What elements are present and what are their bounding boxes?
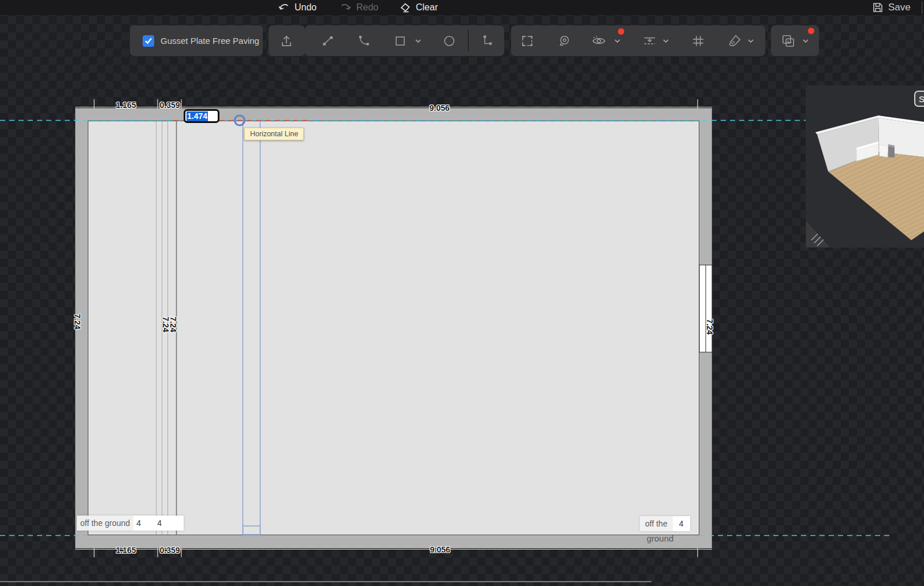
eye-icon — [591, 34, 606, 48]
upload-icon — [279, 33, 294, 48]
redo-icon — [340, 2, 352, 13]
tool-tooltip: Horizontal Line — [244, 128, 304, 140]
arc-tool-icon — [357, 34, 371, 48]
dimension-input[interactable]: 1.474 — [184, 109, 219, 123]
circle-tool-button[interactable] — [442, 34, 456, 48]
polyline-tool-icon — [480, 34, 494, 48]
arc-tool-button[interactable] — [357, 34, 371, 48]
toolbar-group-draw — [305, 25, 504, 56]
chevron-down-icon — [614, 38, 621, 44]
dim-top-2: 0.359 — [155, 100, 184, 110]
rectangle-tool-button[interactable] — [393, 34, 407, 48]
room-3d-view — [806, 85, 924, 248]
level-dropdown[interactable] — [662, 38, 669, 44]
toolbar-separator — [468, 30, 469, 51]
save-button[interactable]: Save — [872, 0, 911, 15]
chevron-down-icon — [662, 38, 669, 44]
off-ground-left-label: off the ground — [77, 516, 133, 531]
dim-left: 7.24 — [73, 308, 82, 335]
save-label: Save — [888, 2, 911, 13]
scheme-badge — [808, 28, 814, 34]
undo-label: Undo — [295, 2, 316, 13]
tape-measure-icon — [557, 33, 572, 48]
chevron-down-icon — [802, 38, 809, 44]
measure-tool-button[interactable] — [557, 33, 572, 48]
line-tool-button[interactable] — [321, 34, 335, 48]
toolbar-group-paving: Gusset Plate Free Paving — [130, 25, 263, 56]
marquee-select-button[interactable] — [520, 33, 535, 48]
panel-resize-handle[interactable] — [806, 220, 831, 248]
visibility-button[interactable] — [591, 34, 606, 48]
polyline-tool-button[interactable] — [480, 34, 494, 48]
plan-floor-area[interactable] — [88, 121, 699, 535]
redo-button[interactable]: Redo — [340, 0, 378, 15]
check-icon — [144, 38, 152, 44]
off-ground-left-input-1[interactable]: 4 — [133, 516, 151, 531]
toolbar-group-upload — [269, 25, 305, 56]
dim-bottom-2: 0.359 — [155, 546, 184, 555]
circle-tool-icon — [442, 34, 456, 48]
preview-3d-panel[interactable]: S — [806, 85, 924, 248]
off-ground-right-row: off the 4 — [640, 516, 690, 531]
dimension-input-value: 1.474 — [187, 111, 208, 121]
clear-label: Clear — [416, 2, 438, 13]
undo-icon — [278, 2, 290, 13]
off-ground-right-input[interactable]: 4 — [673, 516, 690, 531]
topbar-divider — [922, 1, 922, 14]
paint-brush-icon — [727, 33, 742, 48]
paint-dropdown[interactable] — [747, 38, 754, 44]
rectangle-tool-dropdown[interactable] — [415, 38, 422, 44]
off-ground-left-input-2[interactable]: 4 — [151, 516, 184, 531]
dim-top-3: 9.056 — [425, 103, 454, 113]
view-switch-button[interactable]: S — [914, 91, 924, 107]
save-icon — [872, 2, 884, 13]
eraser-icon — [398, 2, 411, 14]
grid-icon — [691, 33, 706, 48]
level-button[interactable] — [642, 34, 657, 48]
chevron-down-icon — [747, 38, 754, 44]
clear-button[interactable]: Clear — [398, 0, 438, 15]
redo-label: Redo — [356, 2, 378, 13]
scheme-save-button[interactable] — [781, 33, 796, 48]
copy-save-icon — [781, 33, 796, 48]
level-icon — [642, 34, 657, 48]
paint-button[interactable] — [727, 33, 742, 48]
off-ground-right-label: off the — [640, 516, 673, 531]
visibility-dropdown[interactable] — [614, 38, 621, 44]
undo-button[interactable]: Undo — [278, 0, 316, 15]
visibility-badge — [618, 28, 624, 35]
scheme-dropdown[interactable] — [802, 38, 809, 44]
off-ground-left-row: off the ground 4 4 — [77, 516, 184, 531]
dim-inner-2: 7.24 — [169, 311, 178, 338]
dim-bottom-3: 9.056 — [426, 545, 454, 554]
line-tool-icon — [321, 34, 335, 48]
dim-right: 7.24 — [705, 313, 714, 340]
grid-button[interactable] — [691, 33, 706, 48]
top-menubar: Undo Redo Clear Save — [0, 0, 924, 15]
paving-checkbox-label[interactable]: Gusset Plate Free Paving — [161, 25, 259, 56]
marquee-select-icon — [520, 33, 535, 48]
toolbar-group-scheme — [771, 25, 819, 56]
chevron-down-icon — [415, 38, 422, 44]
toolbar-group-view — [511, 25, 765, 56]
dim-top-1: 1.165 — [111, 100, 140, 110]
upload-button[interactable] — [279, 33, 294, 48]
paving-checkbox[interactable] — [143, 35, 154, 47]
off-ground-right-label-wrap: ground — [635, 533, 685, 543]
dim-bottom-1: 1.165 — [111, 546, 140, 555]
rectangle-tool-icon — [393, 34, 407, 48]
